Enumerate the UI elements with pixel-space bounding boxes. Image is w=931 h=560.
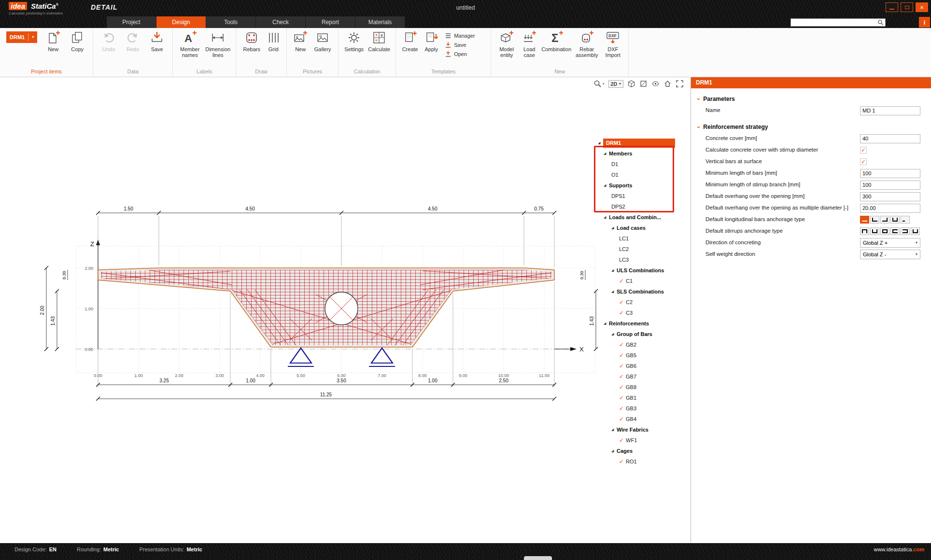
expand-arrow-icon[interactable]: ◢ <box>604 183 609 187</box>
maximize-button[interactable] <box>901 2 913 12</box>
checkbox-checked-icon[interactable]: ✓ <box>619 395 624 401</box>
anchorage-hook-start-button[interactable] <box>870 216 879 224</box>
checkbox-checked-icon[interactable]: ✓ <box>619 406 624 411</box>
checkbox-checked-icon[interactable]: ✓ <box>619 342 624 348</box>
tree-item[interactable]: ✓ GB7 <box>598 371 675 382</box>
expand-arrow-icon[interactable]: ◢ <box>611 290 617 294</box>
tree-item[interactable]: ◢ Loads and Combin... <box>598 212 675 223</box>
checkbox-checked-icon[interactable]: ✓ <box>619 352 624 358</box>
tree-item[interactable]: ✓ GB3 <box>598 403 675 414</box>
dimension-lines-button[interactable]: Dimension lines <box>203 29 232 58</box>
direction-of-concreting-select[interactable]: Global Z + ▾ <box>860 238 920 248</box>
tree-item[interactable]: ◢ Cages <box>598 446 675 456</box>
tab[interactable]: Check <box>256 16 306 28</box>
checkbox-checked-icon[interactable]: ✓ <box>619 363 624 369</box>
checkbox-checked-icon[interactable]: ✓ <box>619 437 624 443</box>
expand-arrow-icon[interactable]: ◢ <box>598 141 603 145</box>
expand-arrow-icon[interactable]: ◢ <box>604 215 609 219</box>
tab[interactable]: Design <box>156 16 206 28</box>
tree-item[interactable]: LC3 <box>598 254 675 265</box>
new-project-item-button[interactable]: New <box>41 29 65 52</box>
tree-item[interactable]: LC1 <box>598 233 675 244</box>
zoom-dropdown[interactable]: ▾ <box>593 80 605 88</box>
checkbox-checked-icon[interactable]: ✓ <box>619 278 624 284</box>
expand-arrow-icon[interactable]: ◢ <box>604 322 609 325</box>
tab[interactable]: Tools <box>206 16 256 28</box>
isometric-view-button[interactable] <box>627 80 635 88</box>
checkbox-checked-icon[interactable]: ✓ <box>619 374 624 379</box>
tab[interactable]: Materials <box>355 16 405 28</box>
apply-template-button[interactable]: Apply <box>421 29 442 52</box>
model-entity-button[interactable]: Model entity <box>494 29 519 58</box>
front-view-button[interactable] <box>639 80 648 88</box>
tree-item[interactable]: DPS1 <box>598 191 675 201</box>
chevron-down-icon[interactable]: › <box>695 98 703 100</box>
checkbox-checked-icon[interactable]: ✓ <box>619 310 624 316</box>
tree-item[interactable]: ✓ GB5 <box>598 350 675 361</box>
stirrup-open-top-button[interactable] <box>860 227 869 235</box>
rebars-button[interactable]: Rebars <box>240 29 264 52</box>
tree-item[interactable]: ✓ C3 <box>598 308 675 318</box>
copy-project-item-button[interactable]: Copy <box>65 29 89 52</box>
stirrup-open-left-button[interactable] <box>901 227 910 235</box>
template-manager-button[interactable]: Manager <box>445 32 487 39</box>
stirrup-open-right-button[interactable] <box>890 227 900 235</box>
tree-item[interactable]: D1 <box>598 159 675 169</box>
template-open-button[interactable]: Open <box>445 51 487 57</box>
visibility-button[interactable] <box>651 80 660 88</box>
member-names-button[interactable]: A Member names <box>176 29 203 58</box>
tree-item[interactable]: ✓ GB4 <box>598 414 675 424</box>
tree-item[interactable]: ◢ Load cases <box>598 223 675 233</box>
tree-item[interactable]: ✓ GB8 <box>598 382 675 392</box>
stirrup-open-bottom-button[interactable] <box>870 227 879 235</box>
template-save-button[interactable]: Save <box>445 42 487 48</box>
close-button[interactable]: × <box>916 2 928 12</box>
checkbox-checked-icon[interactable]: ✓ <box>619 384 624 390</box>
combination-button[interactable]: Σ Combination <box>540 29 573 52</box>
undo-button[interactable]: Undo <box>97 29 121 52</box>
tree-item[interactable]: ✓ GB2 <box>598 339 675 350</box>
tree-item[interactable]: ✓ RO1 <box>598 456 675 467</box>
tree-item[interactable]: ◢ Group of Bars <box>598 329 675 339</box>
concrete-cover-field[interactable] <box>860 134 920 143</box>
checkbox-checked-icon[interactable]: ✓ <box>619 459 624 464</box>
tab[interactable]: Report <box>306 16 355 28</box>
tree-item[interactable]: ✓ C1 <box>598 276 675 286</box>
checkbox-checked-icon[interactable]: ✓ <box>619 416 624 422</box>
tab[interactable]: Project <box>107 16 156 28</box>
expand-arrow-icon[interactable]: ◢ <box>611 332 617 336</box>
expand-arrow-icon[interactable]: ◢ <box>611 428 617 432</box>
structure-drawing[interactable]: X Z <box>0 77 691 543</box>
tree-item[interactable]: ✓ GB1 <box>598 392 675 403</box>
active-item-dropdown[interactable]: DRM1 ▾ <box>6 31 37 43</box>
tree-item[interactable]: ◢ ULS Combinations <box>598 265 675 276</box>
checkbox-checked-icon[interactable]: ✓ <box>619 299 624 305</box>
fit-view-button[interactable] <box>663 80 672 88</box>
search-box[interactable] <box>790 18 886 27</box>
drawing-canvas[interactable]: X Z <box>0 77 691 543</box>
tree-item[interactable]: ✓ GB6 <box>598 361 675 371</box>
info-button[interactable]: i <box>919 17 930 28</box>
settings-button[interactable]: Settings <box>342 29 366 52</box>
tree-item[interactable]: ◢ Reinforcements <box>598 318 675 329</box>
view-2d-dropdown[interactable]: 2D ▾ <box>608 80 623 88</box>
calc-cover-checkbox[interactable]: ✓ <box>860 147 867 154</box>
anchorage-hooks-both-button[interactable] <box>890 216 900 224</box>
chevron-down-icon[interactable]: › <box>695 126 703 128</box>
new-picture-button[interactable]: New <box>290 29 310 52</box>
min-length-stirrup-field[interactable] <box>860 181 920 190</box>
save-button[interactable]: Save <box>145 29 169 52</box>
tree-item[interactable]: ✓ WF1 <box>598 435 675 446</box>
tree-item[interactable]: ✓ C2 <box>598 297 675 308</box>
name-field[interactable] <box>860 106 920 115</box>
anchorage-straight-button[interactable] <box>860 216 869 224</box>
tree-item[interactable]: O1 <box>598 169 675 180</box>
expand-arrow-icon[interactable]: ◢ <box>611 268 617 272</box>
gallery-button[interactable]: Gallery <box>310 29 335 52</box>
rebar-assembly-button[interactable]: Rebar assembly <box>573 29 601 58</box>
overhang-multiple-field[interactable] <box>860 204 920 213</box>
redo-button[interactable]: Redo <box>121 29 145 52</box>
expand-arrow-icon[interactable]: ◢ <box>604 152 609 155</box>
overhang-field[interactable] <box>860 192 920 201</box>
stirrup-double-button[interactable] <box>911 227 920 235</box>
